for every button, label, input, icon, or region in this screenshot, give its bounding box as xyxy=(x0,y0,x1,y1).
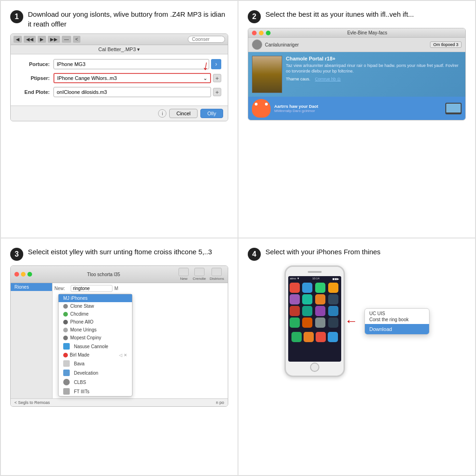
new-field-label: New: xyxy=(54,286,71,291)
new-field-input[interactable] xyxy=(71,285,112,292)
nav-dash-btn[interactable]: — xyxy=(62,36,71,43)
minimize-btn-icon[interactable] xyxy=(21,272,26,277)
nav-play-btn[interactable]: ▶ xyxy=(38,36,46,43)
app-icon-4[interactable] xyxy=(328,283,338,293)
new-toolbar-btn[interactable]: New xyxy=(178,268,189,281)
dropdown-item-0[interactable]: MJ iPhones xyxy=(59,294,132,302)
bottom-right-text: n po xyxy=(216,400,224,405)
maximize-btn-icon[interactable] xyxy=(27,272,32,277)
dropdown-item-10[interactable]: CLBS xyxy=(59,377,132,387)
dropdown-item-2[interactable]: Chcdime xyxy=(59,310,132,318)
step4-content: attno ▼10:14◼◼▶ xyxy=(248,265,466,377)
field-m-label: M xyxy=(114,286,118,291)
portuce-row: Portuce: › xyxy=(17,59,221,69)
app-icon-11[interactable] xyxy=(315,306,325,316)
dropdown-item-7[interactable]: Birl Made ◁ ✕ xyxy=(59,351,132,359)
nav-chevron-btn[interactable]: < xyxy=(73,36,80,43)
banner-continue-link[interactable]: Cornrue hb ◎ xyxy=(315,77,341,81)
dropdown-item-1[interactable]: Clone Staw xyxy=(59,302,132,310)
step1-cell: 1 Download our yong islonts, wlive butto… xyxy=(0,0,238,238)
dev-icon xyxy=(63,370,70,376)
selected-item-label: MJ iPhones xyxy=(63,296,87,301)
step2-cell: 2 Select the best itt as your itunes wit… xyxy=(238,0,476,238)
banner-footer: Aartrrs haw your Daot MMinrrallp Daro gc… xyxy=(248,97,465,120)
portuce-input[interactable] xyxy=(53,59,209,69)
dropdown-item-4[interactable]: Mone Urings xyxy=(59,326,132,334)
dock-icon-3[interactable] xyxy=(316,332,326,342)
step1-number: 1 xyxy=(10,10,23,23)
dropdown-item-5[interactable]: Mopest Cnpiny xyxy=(59,334,132,342)
window-title: Cal Better_.MP3 ▾ xyxy=(99,46,140,52)
user-icon xyxy=(63,379,70,385)
app-icon-1[interactable] xyxy=(290,283,300,293)
bava-icon xyxy=(63,360,70,367)
app-icon-7[interactable] xyxy=(315,294,325,304)
top-bar-button[interactable]: Om tlopoed 3 xyxy=(430,41,462,48)
context-menu-subtitle: Corst the ring book xyxy=(365,317,429,324)
search-input[interactable] xyxy=(188,36,225,43)
dropdown-item-11[interactable]: FT IIITs xyxy=(59,387,132,396)
app-icon-10[interactable] xyxy=(302,306,312,316)
nav-back-btn[interactable]: ◀ xyxy=(13,36,22,43)
download-button[interactable]: Download xyxy=(365,324,429,334)
endplote-label: End Plote: xyxy=(17,89,50,95)
finder-toolbar-buttons: New Crendte Distrions xyxy=(178,268,224,281)
app-icon-9[interactable] xyxy=(290,306,300,316)
dropdown-item-9[interactable]: Develcation xyxy=(59,368,132,377)
ptipser-select[interactable]: IPhone Cange WNors..m3 ⌄ xyxy=(53,73,211,83)
ptipser-plus-btn[interactable]: + xyxy=(213,74,221,82)
portuce-label: Portuce: xyxy=(17,61,50,67)
minimize-button-icon[interactable] xyxy=(259,31,264,35)
finder-main: New: M MJ iPhones Clone Staw xyxy=(53,283,228,398)
app-icon-15[interactable] xyxy=(315,317,325,328)
step1-title: Download our yong islonts, wlive buttory… xyxy=(28,9,228,29)
source-dropdown[interactable]: MJ iPhones Clone Staw Chcdime Phone xyxy=(58,294,132,397)
dot-icon xyxy=(63,304,68,309)
dot-icon xyxy=(63,353,68,357)
dock-icon-4[interactable] xyxy=(328,332,338,342)
app-icon-2[interactable] xyxy=(302,283,312,293)
dot-icon xyxy=(63,320,68,324)
sidebar-riones-item[interactable]: Riones xyxy=(11,283,52,291)
iphone-home-button[interactable] xyxy=(310,363,319,372)
endplote-row: End Plote: + xyxy=(17,87,221,97)
close-button-icon[interactable] xyxy=(252,31,257,35)
user-avatar xyxy=(252,40,262,50)
iphone-screen: attno ▼10:14◼◼▶ xyxy=(288,276,341,362)
app-icon-12[interactable] xyxy=(328,306,338,316)
dock-icon-2[interactable] xyxy=(304,332,314,342)
nav-forward-btn[interactable]: ▶▶ xyxy=(48,36,60,43)
dropdown-item-3[interactable]: Phone AllO xyxy=(59,318,132,326)
app-icon-6[interactable] xyxy=(302,294,312,304)
cancel-button[interactable]: Cincel xyxy=(169,109,198,118)
app-icon-3[interactable] xyxy=(315,283,325,293)
app-icon-5[interactable] xyxy=(290,294,300,304)
distrions-icon xyxy=(212,268,222,276)
field-row: New: M xyxy=(54,285,226,292)
app-icon-14[interactable] xyxy=(302,317,312,328)
endplote-plus-btn[interactable]: + xyxy=(213,88,221,96)
maximize-button-icon[interactable] xyxy=(266,31,271,35)
footer-subtitle: MMinrrallp Daro gclrimor xyxy=(274,109,442,113)
dropdown-item-8[interactable]: Bava xyxy=(59,359,132,368)
info-icon[interactable]: i xyxy=(158,109,166,118)
endplote-input[interactable] xyxy=(53,87,211,97)
portuce-arrow-btn[interactable]: › xyxy=(211,59,221,69)
ok-button[interactable]: Olly xyxy=(200,109,223,118)
crendte-toolbar-btn[interactable]: Crendte xyxy=(192,268,205,281)
app-icon-13[interactable] xyxy=(290,317,300,328)
app-icon-8[interactable] xyxy=(328,294,338,304)
arrow-context-area: ← UC UIS Corst the ring book Download xyxy=(345,308,430,335)
step2-header: 2 Select the best itt as your itunes wit… xyxy=(248,9,466,23)
nav-back2-btn[interactable]: ◀◀ xyxy=(24,36,36,43)
step1-header: 1 Download our yong islonts, wlive butto… xyxy=(10,9,228,29)
finder-sidebar: Riones xyxy=(11,283,53,398)
app-icon-16[interactable] xyxy=(328,317,338,328)
app-icon xyxy=(63,343,70,350)
close-btn-icon[interactable] xyxy=(14,272,19,277)
dropdown-item-6[interactable]: Nasuse Cannole xyxy=(59,342,132,351)
dock-icon-1[interactable] xyxy=(291,332,302,342)
banner-desc: Taz view arlraunriter abearrirpad rinur … xyxy=(286,63,462,74)
dot-icon xyxy=(63,328,68,332)
distrions-toolbar-btn[interactable]: Distrions xyxy=(210,268,224,281)
